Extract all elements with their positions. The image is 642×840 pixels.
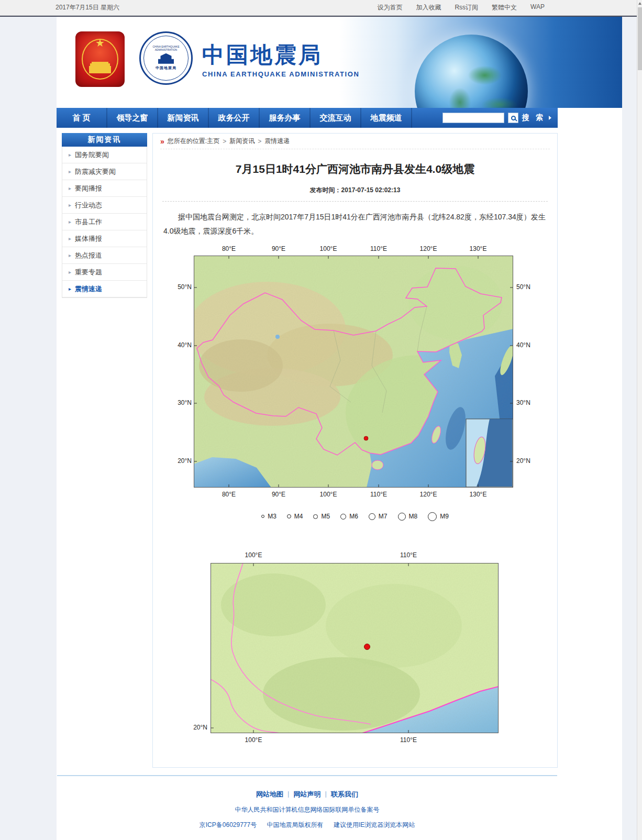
main-nav: 首 页 领导之窗 新闻资讯 政务公开 服务办事 交流互动 地震频道 搜 索 <box>57 108 558 128</box>
sidebar-item-disaster-reduction-news[interactable]: ▸防震减灾要闻 <box>62 163 147 180</box>
publish-time-label: 发布时间： <box>310 186 341 194</box>
site-title: 中国地震局 <box>202 44 359 66</box>
site-subtitle: CHINA EARTHQUAKE ADMINISTRATION <box>202 70 359 78</box>
lat-tick-label: 20°N <box>176 457 192 465</box>
lon-tick-label: 130°E <box>470 491 487 498</box>
breadcrumb-separator: > <box>223 138 226 145</box>
site-statement-link[interactable]: 网站声明 <box>294 790 321 799</box>
lon-tick-label: 80°E <box>222 245 236 252</box>
sidebar-item-earthquake-updates[interactable]: ▸震情速递 <box>62 281 147 297</box>
lat-tick-label: 50°N <box>516 283 530 291</box>
legend-label: M5 <box>321 513 330 520</box>
nav-item-leaders[interactable]: 领导之窗 <box>107 108 158 128</box>
rss-link[interactable]: Rss订阅 <box>455 3 478 12</box>
scrollbar[interactable] <box>637 0 642 840</box>
legend-label: M9 <box>440 513 449 520</box>
copyright-text: 中国地震局版权所有 <box>267 821 324 828</box>
breadcrumb-home[interactable]: 您所在的位置:主页 <box>168 137 219 146</box>
sidebar-item-important-topics[interactable]: ▸重要专题 <box>62 264 147 281</box>
lon-tick-label: 110°E <box>400 736 417 744</box>
topbar-links: 设为首页 加入收藏 Rss订阅 繁體中文 WAP <box>377 3 545 12</box>
lat-tick-label: 40°N <box>516 341 530 349</box>
magnitude-circle-icon <box>369 513 375 520</box>
magnitude-circle-icon <box>287 514 291 518</box>
china-map-block: 80°E 90°E 100°E 110°E 120°E 130°E 50°N 4… <box>176 244 534 504</box>
footer-links: 网站地图 | 网站声明 | 联系我们 <box>57 790 558 799</box>
arrow-right-icon: ▸ <box>69 152 71 158</box>
sidebar-menu: ▸国务院要闻 ▸防震减灾要闻 ▸要闻播报 ▸行业动态 ▸市县工作 ▸媒体播报 ▸… <box>62 147 147 298</box>
footer-separator: | <box>287 790 289 799</box>
sitemap-link[interactable]: 网站地图 <box>256 790 283 799</box>
nav-item-home[interactable]: 首 页 <box>57 108 107 128</box>
lon-tick-label: 100°E <box>245 551 262 559</box>
scroll-up-icon[interactable] <box>638 2 641 5</box>
sidebar-item-label: 要闻播报 <box>75 184 102 193</box>
dashed-divider <box>162 201 548 202</box>
sidebar-item-state-council-news[interactable]: ▸国务院要闻 <box>62 147 147 163</box>
article-title: 7月15日1时41分广西河池市南丹县发生4.0级地震 <box>160 162 550 176</box>
add-favorite-link[interactable]: 加入收藏 <box>416 3 441 12</box>
article-box: » 您所在的位置:主页 > 新闻资讯 > 震情速递 7月15日1时41分广西河池… <box>152 133 558 768</box>
lon-tick-label: 120°E <box>420 491 437 498</box>
scrollbar-thumb[interactable] <box>638 7 642 70</box>
sidebar-item-label: 国务院要闻 <box>75 150 109 160</box>
breadcrumb-marker-icon: » <box>160 138 164 145</box>
set-homepage-link[interactable]: 设为首页 <box>377 3 402 12</box>
region-map-image <box>211 563 499 733</box>
lat-tick-label: 30°N <box>176 399 192 406</box>
nav-item-earthquake-channel[interactable]: 地震频道 <box>361 108 412 128</box>
legend-label: M3 <box>268 513 276 520</box>
topbar: 2017年7月15日 星期六 设为首页 加入收藏 Rss订阅 繁體中文 WAP <box>0 0 637 16</box>
taiwan-inset <box>466 419 513 487</box>
lat-tick-label: 20°N <box>516 457 530 465</box>
search-arrow-icon <box>549 116 551 120</box>
lat-tick-label: 20°N <box>187 724 207 731</box>
content-column: » 您所在的位置:主页 > 新闻资讯 > 震情速递 7月15日1时41分广西河池… <box>152 133 558 768</box>
page-container: ★ CHINA EARTHQUAKE ADMINISTRATION 中国地震局 … <box>57 17 622 840</box>
magnitude-circle-icon <box>313 514 318 519</box>
icp-number: 京ICP备06029777号 <box>200 821 257 828</box>
magnitude-circle-icon <box>340 514 346 520</box>
nav-item-news[interactable]: 新闻资讯 <box>158 108 209 128</box>
search-box: 搜 索 <box>442 108 558 128</box>
magnitude-legend: M3 M4 M5 M6 M7 M8 M9 <box>160 512 550 521</box>
search-submit-label[interactable]: 搜 索 <box>522 113 545 123</box>
search-icon <box>511 116 516 120</box>
search-button[interactable] <box>508 113 518 123</box>
national-emblem-icon: ★ <box>75 31 125 87</box>
site-footer: 网站地图 | 网站声明 | 联系我们 中华人民共和国计算机信息网络国际联网单位备… <box>57 776 558 840</box>
search-input[interactable] <box>442 113 504 123</box>
lon-tick-label: 110°E <box>370 491 387 498</box>
badge-title: 中国地震局 <box>156 65 176 71</box>
sidebar-item-industry-trends[interactable]: ▸行业动态 <box>62 197 147 214</box>
sidebar-item-hot-reports[interactable]: ▸热点报道 <box>62 247 147 264</box>
sidebar-item-news-broadcast[interactable]: ▸要闻播报 <box>62 180 147 197</box>
nav-item-interaction[interactable]: 交流互动 <box>311 108 361 128</box>
breadcrumb-news[interactable]: 新闻资讯 <box>229 137 254 146</box>
sidebar-item-label: 防震减灾要闻 <box>75 167 116 176</box>
lon-tick-label: 130°E <box>470 245 487 252</box>
publish-time-value: 2017-07-15 02:02:13 <box>341 186 401 194</box>
lon-tick-label: 80°E <box>222 491 236 498</box>
sidebar-item-city-county-work[interactable]: ▸市县工作 <box>62 214 147 230</box>
arrow-right-icon: ▸ <box>69 185 71 191</box>
wap-link[interactable]: WAP <box>530 3 545 12</box>
arrow-right-icon: ▸ <box>69 269 71 275</box>
magnitude-circle-icon <box>398 513 406 521</box>
traditional-chinese-link[interactable]: 繁體中文 <box>492 3 517 12</box>
breadcrumb-earthquake-updates[interactable]: 震情速递 <box>264 137 290 146</box>
sidebar-title: 新闻资讯 <box>62 133 147 147</box>
lat-tick-label: 40°N <box>176 341 192 349</box>
gate-icon <box>89 66 111 73</box>
lon-tick-label: 90°E <box>272 245 285 252</box>
sidebar-item-media-broadcast[interactable]: ▸媒体播报 <box>62 230 147 247</box>
magnitude-circle-icon <box>428 512 437 521</box>
badge-core-icon <box>158 53 174 64</box>
main-area: 新闻资讯 ▸国务院要闻 ▸防震减灾要闻 ▸要闻播报 ▸行业动态 ▸市县工作 ▸媒… <box>57 128 558 768</box>
lon-tick-label: 110°E <box>400 551 417 559</box>
region-map-block: 100°E 110°E 20°N 100°E 110°E <box>187 550 523 751</box>
site-header: ★ CHINA EARTHQUAKE ADMINISTRATION 中国地震局 … <box>57 17 622 108</box>
nav-item-services[interactable]: 服务办事 <box>260 108 311 128</box>
contact-us-link[interactable]: 联系我们 <box>331 790 358 799</box>
nav-item-gov-affairs[interactable]: 政务公开 <box>209 108 260 128</box>
